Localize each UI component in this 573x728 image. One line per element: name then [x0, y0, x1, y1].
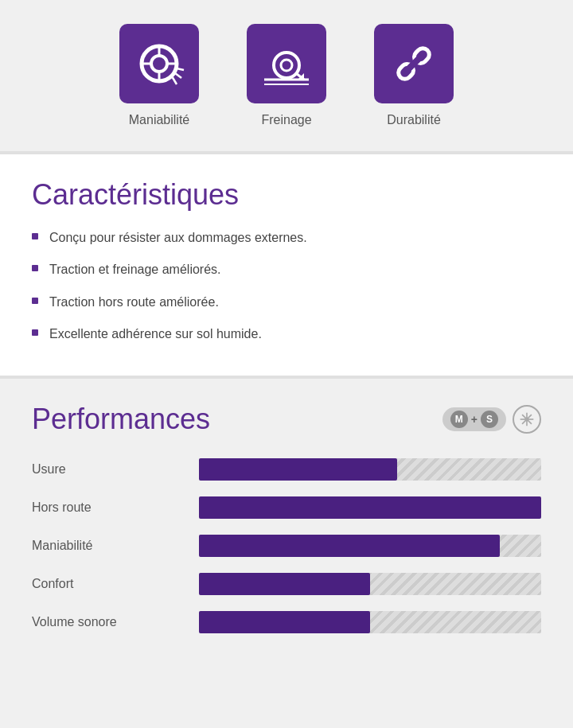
snowflake-icon [519, 411, 535, 427]
badge-s: S [481, 411, 498, 428]
perf-label-0: Usure [32, 462, 199, 477]
perf-row-4: Volume sonore [32, 611, 541, 633]
perf-row-2: Maniabilité [32, 535, 541, 557]
char-text-0: Conçu pour résister aux dommages externe… [49, 229, 307, 247]
maniabilite-label: Maniabilité [129, 113, 189, 127]
perf-label-2: Maniabilité [32, 539, 199, 553]
badge-m: M [450, 411, 468, 428]
badge-ms: M + S [442, 407, 506, 431]
perf-label-4: Volume sonore [32, 615, 199, 629]
perf-row-3: Confort [32, 573, 541, 595]
durabilite-icon [388, 38, 439, 89]
perf-bar-fill-3 [199, 573, 370, 595]
perf-rows-container: UsureHors routeManiabilitéConfortVolume … [32, 458, 541, 633]
maniabilite-icon-box [119, 24, 199, 103]
icons-section: Maniabilité Freinage [0, 0, 573, 151]
char-bullet-0 [32, 233, 38, 239]
char-bullet-2 [32, 298, 38, 304]
perf-label-3: Confort [32, 577, 199, 591]
char-text-2: Traction hors route améliorée. [49, 294, 219, 311]
char-bullet-1 [32, 265, 38, 271]
perf-bar-fill-0 [199, 458, 397, 481]
durabilite-icon-box [374, 24, 454, 103]
perf-bar-container-0 [199, 458, 541, 481]
char-bullet-3 [32, 329, 38, 336]
perf-bar-container-1 [199, 496, 541, 519]
perf-bar-container-2 [199, 535, 541, 557]
perf-bar-fill-1 [199, 496, 541, 519]
char-text-3: Excellente adhérence sur sol humide. [49, 325, 262, 343]
perf-label-1: Hors route [32, 500, 199, 515]
char-item-0: Conçu pour résister aux dommages externe… [32, 229, 541, 247]
maniabilite-icon [134, 38, 185, 89]
freinage-icon [261, 38, 312, 89]
char-item-1: Traction et freinage améliorés. [32, 261, 541, 278]
perf-bar-container-3 [199, 573, 541, 595]
performances-header: Performances M + S [32, 403, 541, 436]
perf-row-0: Usure [32, 458, 541, 481]
char-item-3: Excellente adhérence sur sol humide. [32, 325, 541, 343]
characteristics-title: Caractéristiques [32, 178, 541, 212]
icon-item-maniabilite: Maniabilité [119, 24, 199, 127]
perf-bar-container-4 [199, 611, 541, 633]
svg-line-6 [172, 76, 177, 84]
char-item-2: Traction hors route améliorée. [32, 294, 541, 311]
badges-container: M + S [442, 405, 541, 434]
perf-row-1: Hors route [32, 496, 541, 519]
svg-point-12 [281, 60, 292, 71]
svg-point-1 [151, 56, 167, 72]
svg-line-8 [177, 68, 184, 70]
performances-title: Performances [32, 403, 210, 436]
badge-plus: + [471, 413, 477, 426]
svg-point-22 [525, 418, 528, 420]
freinage-label: Freinage [261, 113, 311, 127]
characteristics-list: Conçu pour résister aux dommages externe… [32, 229, 541, 344]
svg-line-7 [175, 73, 181, 78]
freinage-icon-box [247, 24, 326, 103]
durabilite-label: Durabilité [387, 113, 441, 127]
icon-item-durabilite: Durabilité [374, 24, 454, 127]
char-text-1: Traction et freinage améliorés. [49, 261, 221, 278]
snowflake-badge [513, 405, 541, 434]
characteristics-section: Caractéristiques Conçu pour résister aux… [0, 154, 573, 376]
icon-item-freinage: Freinage [247, 24, 326, 127]
perf-bar-fill-4 [199, 611, 370, 633]
perf-bar-fill-2 [199, 535, 500, 557]
performances-section: Performances M + S UsureHors routeManiab… [0, 379, 573, 681]
